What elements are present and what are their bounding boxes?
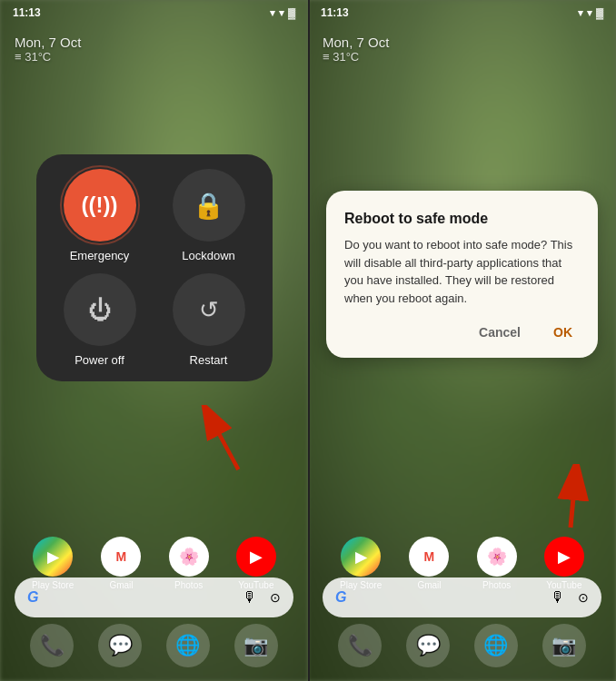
lockdown-label: Lockdown [182,249,235,262]
search-bar-right[interactable]: G 🎙 ⊙ [323,577,601,617]
date-widget-left: Mon, 7 Oct ≡ 31°C [15,35,81,64]
phone-icon-left[interactable]: 📞 [30,624,74,667]
messages-icon-right[interactable]: 💬 [406,624,450,667]
bottom-dock-left: 📞 💬 🌐 📷 [0,624,308,667]
phone-icon-right[interactable]: 📞 [338,624,382,667]
arrow-ok [534,464,589,540]
status-bar-right: 11:13 ▾ ▾ ▓ [308,0,616,25]
google-g-icon-left: G [27,589,38,606]
signal-icon-right: ▾ [578,7,583,19]
time-left: 11:13 [13,6,41,19]
play-store-icon-right[interactable]: ▶ [341,537,381,577]
screen-divider [308,0,310,681]
lockdown-button[interactable]: 🔒 Lockdown [160,169,258,262]
youtube-icon-right[interactable]: ▶ [544,537,584,577]
camera-icon-right[interactable]: 📷 [542,624,586,667]
gmail-icon-right[interactable]: M [409,537,449,577]
lock-icon: 🔒 [193,191,224,221]
emergency-button[interactable]: ((!)) Emergency [51,169,149,262]
mic-icon-left[interactable]: 🎙 [243,589,257,606]
date-widget-right: Mon, 7 Oct ≡ 31°C [323,35,389,64]
restart-icon: ↺ [199,296,219,324]
safe-mode-dialog: Reboot to safe mode Do you want to reboo… [326,191,598,358]
bottom-dock-right: 📞 💬 🌐 📷 [308,624,616,667]
battery-icon-right: ▓ [596,7,603,18]
ok-button[interactable]: OK [546,321,580,343]
lens-icon-left[interactable]: ⊙ [270,590,281,605]
status-bar-left: 11:13 ▾ ▾ ▓ [0,0,308,25]
poweroff-circle[interactable]: ⏻ [64,273,136,346]
chrome-icon-left[interactable]: 🌐 [166,624,210,667]
power-menu: ((!)) Emergency 🔒 Lockdown ⏻ Power off ↺… [36,154,273,381]
date-text-right: Mon, 7 Oct [323,35,389,50]
status-icons-left: ▾ ▾ ▓ [270,7,295,19]
temp-text-left: ≡ 31°C [15,50,81,64]
temp-text-right: ≡ 31°C [323,50,389,64]
photos-icon-right[interactable]: 🌸 [477,537,517,577]
dialog-title: Reboot to safe mode [344,211,580,227]
poweroff-button[interactable]: ⏻ Power off [51,273,149,367]
emergency-circle[interactable]: ((!)) [64,169,136,242]
signal-icon: ▾ [270,7,275,19]
wifi-icon-right: ▾ [587,7,592,19]
status-icons-right: ▾ ▾ ▓ [578,7,603,19]
right-phone-screen: 11:13 ▾ ▾ ▓ Mon, 7 Oct ≡ 31°C Reboot to … [308,0,616,681]
photos-icon[interactable]: 🌸 [169,537,209,577]
battery-icon: ▓ [288,7,295,18]
search-bar-left[interactable]: G 🎙 ⊙ [15,577,293,617]
emergency-icon: ((!)) [82,192,118,218]
dialog-buttons: Cancel OK [344,321,580,343]
restart-circle[interactable]: ↺ [173,273,245,346]
time-right: 11:13 [321,6,349,19]
restart-label: Restart [190,353,228,367]
poweroff-icon: ⏻ [88,296,112,324]
date-text-left: Mon, 7 Oct [15,35,81,50]
messages-icon-left[interactable]: 💬 [98,624,142,667]
dialog-body: Do you want to reboot into safe mode? Th… [344,236,580,307]
cancel-button[interactable]: Cancel [472,321,528,343]
play-store-icon[interactable]: ▶ [33,537,73,577]
wifi-icon: ▾ [279,7,284,19]
youtube-icon[interactable]: ▶ [236,537,276,577]
camera-icon-left[interactable]: 📷 [234,624,278,667]
left-phone-screen: 11:13 ▾ ▾ ▓ Mon, 7 Oct ≡ 31°C ((!)) Emer… [0,0,308,681]
google-g-icon-right: G [335,589,346,606]
chrome-icon-right[interactable]: 🌐 [474,624,518,667]
lens-icon-right[interactable]: ⊙ [578,590,589,605]
lockdown-circle[interactable]: 🔒 [173,169,245,242]
gmail-icon[interactable]: M [101,537,141,577]
ok-arrow-svg [534,464,589,537]
restart-button[interactable]: ↺ Restart [160,273,258,367]
svg-line-3 [571,478,575,528]
mic-icon-right[interactable]: 🎙 [551,589,565,606]
emergency-label: Emergency [70,249,130,262]
poweroff-label: Power off [75,353,124,367]
